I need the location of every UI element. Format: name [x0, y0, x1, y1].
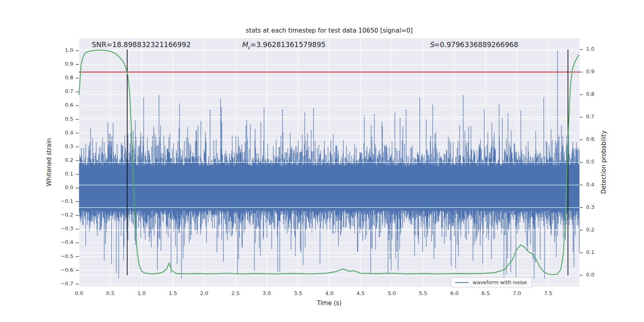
y-left-tick-label: −0.6	[47, 267, 73, 273]
x-tick-label: 1.0	[132, 290, 152, 296]
y-left-tick-label: −0.7	[47, 281, 73, 287]
chirp-mass-annotation: Mc=3.96281361579895	[242, 41, 326, 50]
y-left-tick-label: 0.9	[47, 61, 73, 67]
chirp-mass-symbol: M	[242, 41, 248, 49]
x-tick-label: 7.0	[507, 290, 527, 296]
y-right-tick-label: 0.9	[586, 68, 606, 74]
y-left-tick-label: 0.8	[47, 74, 73, 80]
legend: waveform with noise	[451, 277, 532, 287]
y-left-tick-label: −0.2	[47, 212, 73, 218]
x-tick-label: 4.0	[319, 290, 339, 296]
legend-line-swatch	[455, 282, 469, 283]
y-left-tick-label: 0.2	[47, 157, 73, 163]
x-tick-label: 3.5	[288, 290, 308, 296]
x-tick-label: 4.5	[351, 290, 371, 296]
significance-symbol: S	[429, 41, 434, 49]
x-tick-label: 1.5	[163, 290, 183, 296]
y-right-tick-label: 0.6	[586, 136, 606, 142]
chart-title: stats at each timestep for test data 106…	[200, 27, 459, 34]
y-right-tick-label: 0.3	[586, 204, 606, 210]
y-right-tick-label: 0.4	[586, 182, 606, 188]
y-left-tick-label: −0.3	[47, 225, 73, 231]
significance-value: =0.9796336889266968	[434, 41, 518, 49]
x-tick-label: 0.5	[100, 290, 120, 296]
y-left-tick-label: 0.1	[47, 171, 73, 177]
y-right-tick-label: 0.7	[586, 114, 606, 120]
x-tick-label: 2.0	[194, 290, 214, 296]
y-left-tick-label: 0.4	[47, 130, 73, 136]
y-right-tick-label: 0.5	[586, 159, 606, 165]
y-right-tick-label: 0.1	[586, 249, 606, 255]
y-right-tick-label: 0.0	[586, 272, 606, 278]
x-tick-label: 5.0	[382, 290, 402, 296]
figure: stats at each timestep for test data 106…	[0, 0, 644, 322]
y-right-tick-label: 0.2	[586, 227, 606, 233]
x-tick-label: 0.0	[69, 290, 89, 296]
x-tick-label: 6.0	[444, 290, 464, 296]
x-tick-label: 6.5	[476, 290, 496, 296]
y-left-tick-label: 0.5	[47, 116, 73, 122]
x-axis-label: Time (s)	[289, 299, 369, 307]
y-left-tick-label: 0.3	[47, 143, 73, 149]
x-tick-label: 3.0	[257, 290, 277, 296]
y-left-tick-label: −0.5	[47, 253, 73, 259]
legend-item-label: waveform with noise	[473, 279, 527, 285]
significance-annotation: S=0.9796336889266968	[429, 41, 518, 49]
y-left-tick-label: 0.0	[47, 184, 73, 190]
x-tick-label: 5.5	[413, 290, 433, 296]
y-left-tick-label: −0.1	[47, 198, 73, 204]
y-left-tick-label: 0.6	[47, 102, 73, 108]
y-right-tick-label: 0.8	[586, 91, 606, 97]
y-left-tick-label: −0.4	[47, 239, 73, 245]
x-tick-label: 2.5	[225, 290, 246, 296]
y-left-tick-label: 1.0	[47, 47, 73, 53]
y-right-tick-label: 1.0	[586, 46, 606, 52]
y-left-tick-label: 0.7	[47, 88, 73, 94]
chirp-mass-value: =3.96281361579895	[250, 41, 326, 49]
snr-annotation: SNR=18.898832321166992	[92, 41, 191, 49]
chirp-mass-subscript: c	[248, 45, 250, 50]
x-tick-label: 7.5	[538, 290, 558, 296]
